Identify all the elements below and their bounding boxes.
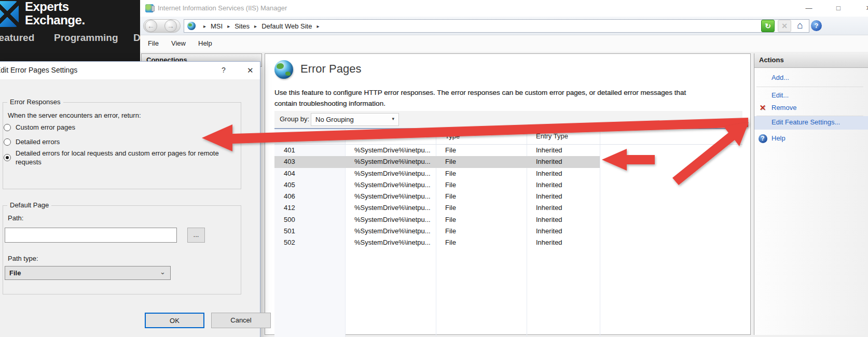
feature-description: Use this feature to configure HTTP error…: [274, 87, 754, 109]
iis-app-icon: [145, 4, 154, 12]
home-icon[interactable]: ⌂: [793, 20, 807, 32]
description-line-1: Use this feature to configure HTTP error…: [274, 87, 754, 98]
path-label: Path:: [8, 214, 23, 222]
experts-exchange-nav: Featured Programming D: [0, 31, 140, 47]
table-cell: 500: [274, 214, 345, 226]
cancel-button[interactable]: Cancel: [211, 313, 271, 328]
radio-circle-icon[interactable]: [4, 138, 11, 146]
radio-detailed-errors[interactable]: Detailed errors: [4, 137, 227, 146]
nav-item-programming[interactable]: Programming: [54, 32, 118, 44]
table-row-500[interactable]: 500%SystemDrive%\inetpu...FileInherited: [274, 214, 742, 226]
menu-view[interactable]: View: [171, 39, 186, 47]
table-cell: 406: [274, 191, 345, 202]
table-cell: [600, 191, 742, 202]
dialog-help-icon[interactable]: ?: [222, 66, 226, 74]
dialog-close-icon[interactable]: ✕: [247, 66, 254, 75]
action-efs-label: Edit Feature Settings...: [771, 118, 840, 126]
table-cell: File: [436, 202, 527, 214]
table-cell: %SystemDrive%\inetpu...: [345, 214, 436, 226]
help-icon[interactable]: ?: [811, 20, 822, 31]
column-header-entry-type[interactable]: Entry Type: [527, 129, 600, 144]
select-chevron-icon: ⌄: [160, 268, 166, 276]
action-add-label: Add...: [771, 74, 789, 81]
radio-label: Detailed errors for local requests and c…: [16, 149, 227, 166]
table-cell: File: [436, 226, 527, 237]
table-cell: Inherited: [527, 237, 600, 248]
error-pages-list: Status CodePathTypeEntry Type 401%System…: [274, 129, 742, 337]
path-input[interactable]: [5, 228, 177, 243]
table-cell: File: [436, 191, 527, 202]
table-row-502[interactable]: 502%SystemDrive%\inetpu...FileInherited: [274, 237, 742, 248]
column-header-status-code[interactable]: Status Code: [274, 129, 345, 144]
radio-custom-error-pages[interactable]: Custom error pages: [4, 123, 227, 132]
menu-file[interactable]: File: [148, 39, 159, 47]
table-cell: [600, 145, 742, 156]
action-edit-feature-settings[interactable]: Edit Feature Settings...: [754, 116, 868, 130]
group-by-toolbar: Group by: No Grouping ▾: [274, 111, 742, 128]
breadcrumb-item-sites[interactable]: Sites: [235, 22, 250, 30]
browse-button[interactable]: ...: [187, 228, 205, 243]
refresh-icon[interactable]: ↻: [761, 20, 775, 32]
edit-error-pages-settings-dialog: Edit Error Pages Settings ? ✕ Error Resp…: [0, 61, 260, 337]
radio-detailed-local-custom-remote[interactable]: Detailed errors for local requests and c…: [4, 149, 227, 166]
ok-button[interactable]: OK: [145, 313, 204, 328]
column-header-type[interactable]: Type: [436, 129, 527, 144]
action-help-label: Help: [771, 134, 786, 142]
path-type-select[interactable]: File ⌄: [5, 266, 171, 280]
action-add[interactable]: Add...: [754, 72, 868, 85]
breadcrumb-item-site[interactable]: Default Web Site: [261, 22, 312, 30]
table-cell: File: [436, 237, 527, 248]
group-by-dropdown[interactable]: No Grouping ▾: [311, 113, 399, 126]
nav-item-partial[interactable]: D: [133, 32, 141, 44]
breadcrumb-item-server[interactable]: MSI: [211, 22, 223, 30]
maximize-button[interactable]: □: [831, 2, 846, 15]
table-cell: [600, 202, 742, 214]
page-title: Error Pages: [300, 62, 361, 76]
table-row-406[interactable]: 406%SystemDrive%\inetpu...FileInherited: [274, 191, 742, 202]
table-row-501[interactable]: 501%SystemDrive%\inetpu...FileInherited: [274, 226, 742, 237]
table-cell: File: [436, 179, 527, 191]
table-row-404[interactable]: 404%SystemDrive%\inetpu...FileInherited: [274, 168, 742, 179]
forward-button[interactable]: →: [164, 20, 177, 32]
action-edit-label: Edit...: [771, 91, 789, 99]
minimize-button[interactable]: —: [802, 2, 816, 15]
back-button[interactable]: ←: [145, 20, 157, 32]
action-remove[interactable]: ✕ Remove: [754, 102, 868, 115]
screenshot-stage: Experts Exchange. Featured Programming D…: [0, 0, 868, 337]
table-row-405[interactable]: 405%SystemDrive%\inetpu...FileInherited: [274, 179, 742, 191]
table-row-401[interactable]: 401%SystemDrive%\inetpu...FileInherited: [274, 145, 742, 156]
breadcrumb[interactable]: ▸ MSI ▸ Sites ▸ Default Web Site ▸: [184, 19, 809, 33]
table-cell: Inherited: [527, 168, 600, 179]
menu-help[interactable]: Help: [198, 39, 212, 47]
brand-line-2: Exchange.: [25, 13, 85, 27]
radio-circle-icon[interactable]: [4, 124, 11, 131]
table-cell: [600, 237, 742, 248]
action-edit[interactable]: Edit...: [754, 90, 868, 102]
remove-x-icon: ✕: [757, 103, 768, 113]
close-button[interactable]: ✕: [861, 2, 868, 15]
action-remove-label: Remove: [771, 104, 796, 111]
table-cell: Inherited: [527, 156, 600, 167]
default-page-groupbox: Default Page: [3, 205, 241, 294]
chevron-right-icon: ▸: [203, 23, 206, 29]
table-cell: [600, 214, 742, 226]
experts-exchange-logo-icon: [0, 1, 19, 27]
error-pages-feature-panel: Error Pages Use this feature to configur…: [265, 53, 751, 335]
table-row-403[interactable]: 403%SystemDrive%\inetpu...FileInherited: [274, 156, 742, 167]
radio-label: Detailed errors: [16, 137, 227, 146]
radio-label: Custom error pages: [16, 123, 227, 132]
stop-icon[interactable]: ✕: [778, 20, 791, 32]
radio-circle-icon[interactable]: [4, 154, 11, 161]
help-question-icon: ?: [759, 134, 767, 143]
table-cell: [600, 156, 742, 167]
table-cell: %SystemDrive%\inetpu...: [345, 179, 436, 191]
group-by-value: No Grouping: [315, 116, 354, 123]
action-help[interactable]: ? Help: [754, 133, 868, 145]
nav-item-featured[interactable]: Featured: [0, 32, 34, 44]
table-cell: File: [436, 168, 527, 179]
error-responses-prompt: When the server encounters an error, ret…: [8, 111, 141, 119]
table-row-412[interactable]: 412%SystemDrive%\inetpu...FileInherited: [274, 202, 742, 214]
column-header-path[interactable]: Path: [345, 129, 436, 144]
column-header-empty[interactable]: [600, 129, 742, 144]
table-cell: 401: [274, 145, 345, 156]
